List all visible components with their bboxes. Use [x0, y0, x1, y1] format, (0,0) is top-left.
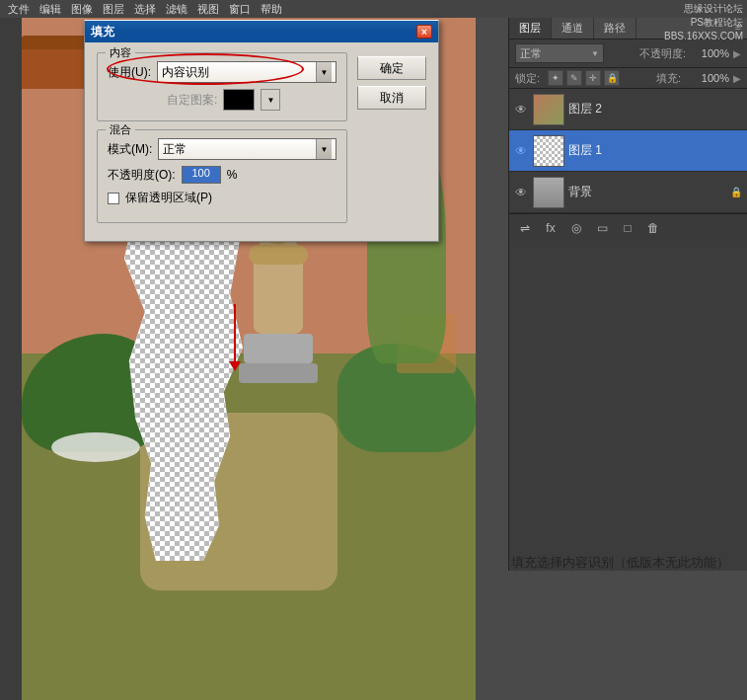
fill-value[interactable]: 100% — [685, 72, 729, 84]
color-swatch[interactable] — [223, 89, 255, 111]
opacity-arrow[interactable]: ▶ — [733, 48, 741, 59]
preserve-transparency-row: 保留透明区域(P) — [108, 190, 336, 206]
tab-layers[interactable]: 图层 — [509, 18, 552, 39]
menu-item-filter[interactable]: 滤镜 — [162, 2, 191, 17]
tab-paths[interactable]: 路径 — [594, 18, 636, 39]
mode-select-arrow: ▼ — [316, 139, 332, 159]
dialog-left-column: 内容 使用(U): 内容识别 ▼ 自定图案: ▼ 混合 模 — [97, 52, 347, 231]
opacity-unit: % — [227, 168, 238, 182]
custom-pattern-row: 自定图案: ▼ — [167, 89, 336, 111]
layer-thumbnail — [533, 135, 564, 167]
layers-bottom-toolbar: ⇌ fx ◎ ▭ □ 🗑 — [509, 213, 747, 241]
adjustment-icon[interactable]: ◎ — [566, 218, 586, 238]
fill-dialog: 填充 × 内容 使用(U): 内容识别 ▼ 自定图案: ▼ — [84, 20, 439, 242]
layer-name: 图层 2 — [568, 101, 743, 117]
use-select[interactable]: 内容识别 ▼ — [157, 61, 336, 83]
menu-item-help[interactable]: 帮助 — [257, 2, 286, 17]
new-layer-icon[interactable]: □ — [618, 218, 637, 238]
dialog-right-column: 确定 取消 — [357, 52, 426, 231]
layer-thumb-statue — [534, 178, 563, 207]
opacity-input[interactable]: 100 — [182, 166, 221, 184]
annotation-text: 填充选择内容识别（低版本无此功能） — [511, 553, 743, 574]
custom-pattern-label: 自定图案: — [167, 92, 217, 109]
opacity-label-right: 不透明度: — [639, 46, 686, 61]
blend-opacity-row: 正常 ▼ 不透明度: 100% ▶ — [509, 39, 747, 68]
tool-strip — [0, 18, 22, 700]
layer-item-active[interactable]: 👁 图层 1 — [509, 130, 747, 172]
annotation-content: 填充选择内容识别（低版本无此功能） — [511, 555, 729, 570]
cancel-button[interactable]: 取消 — [357, 86, 426, 110]
lock-label: 锁定: — [515, 71, 540, 86]
opacity-label: 不透明度(O): — [108, 167, 176, 184]
mode-select[interactable]: 正常 ▼ — [158, 138, 336, 160]
layer-thumb-checker — [534, 136, 563, 166]
blend-mode-value: 正常 — [520, 46, 542, 61]
layers-panel: 图层 通道 路径 ≡ 正常 ▼ 不透明度: 100% ▶ 锁定: ✦ ✎ ✛ 🔒… — [508, 18, 747, 571]
opacity-control: 不透明度: 100% ▶ — [639, 46, 741, 61]
group-icon[interactable]: ▭ — [592, 218, 612, 238]
preserve-transparency-checkbox[interactable] — [108, 193, 119, 204]
layer-visibility-icon[interactable]: 👁 — [513, 102, 529, 117]
dialog-titlebar: 填充 × — [85, 21, 438, 42]
mode-select-value: 正常 — [163, 141, 187, 158]
menu-item-file[interactable]: 文件 — [4, 2, 34, 17]
lock-position-icon[interactable]: ✛ — [585, 70, 601, 86]
menu-item-window[interactable]: 窗口 — [225, 2, 255, 17]
layer-name: 背景 — [568, 184, 725, 200]
layers-list: 👁 图层 2 👁 图层 1 👁 背景 🔒 — [509, 89, 747, 213]
mode-row: 模式(M): 正常 ▼ — [108, 138, 336, 160]
color-swatch-arrow[interactable]: ▼ — [261, 89, 280, 111]
lock-fill-row: 锁定: ✦ ✎ ✛ 🔒 填充: 100% ▶ — [509, 68, 747, 89]
layer-lock-icon: 🔒 — [729, 186, 743, 199]
dialog-close-button[interactable]: × — [416, 25, 432, 39]
menu-item-image[interactable]: 图像 — [67, 2, 97, 17]
blend-group-label: 混合 — [106, 122, 135, 137]
lock-transparent-icon[interactable]: ✦ — [548, 70, 563, 86]
use-select-value: 内容识别 — [162, 64, 209, 81]
opacity-row: 不透明度(O): 100 % — [108, 166, 336, 184]
link-icon[interactable]: ⇌ — [515, 218, 535, 238]
fill-arrow[interactable]: ▶ — [733, 73, 741, 84]
blend-mode-select[interactable]: 正常 ▼ — [515, 43, 604, 63]
layer-name: 图层 1 — [568, 142, 743, 159]
delete-layer-icon[interactable]: 🗑 — [643, 218, 663, 238]
layer-item-bg[interactable]: 👁 背景 🔒 — [509, 172, 747, 213]
preserve-transparency-label: 保留透明区域(P) — [125, 190, 212, 206]
tab-channels[interactable]: 通道 — [552, 18, 594, 39]
menu-item-view[interactable]: 视图 — [193, 2, 223, 17]
content-group: 内容 使用(U): 内容识别 ▼ 自定图案: ▼ — [97, 52, 347, 121]
ok-button[interactable]: 确定 — [357, 56, 426, 80]
use-select-arrow: ▼ — [316, 62, 332, 82]
dialog-body: 内容 使用(U): 内容识别 ▼ 自定图案: ▼ 混合 模 — [85, 42, 438, 241]
content-group-label: 内容 — [106, 45, 135, 60]
use-row: 使用(U): 内容识别 ▼ — [108, 61, 336, 83]
lock-icons: ✦ ✎ ✛ 🔒 — [548, 70, 620, 86]
lock-image-icon[interactable]: ✎ — [566, 70, 582, 86]
menu-bar: 文件 编辑 图像 图层 选择 滤镜 视图 窗口 帮助 — [0, 0, 747, 18]
layer-thumb-bg — [534, 95, 563, 124]
menu-item-select[interactable]: 选择 — [130, 2, 160, 17]
use-label: 使用(U): — [108, 64, 151, 81]
layer-visibility-icon[interactable]: 👁 — [513, 185, 529, 200]
blend-group: 混合 模式(M): 正常 ▼ 不透明度(O): 100 % 保留透明区域(P) — [97, 129, 347, 223]
layer-thumbnail — [533, 177, 564, 208]
arrow-down — [234, 304, 236, 363]
blend-mode-arrow: ▼ — [591, 49, 599, 58]
layer-visibility-icon[interactable]: 👁 — [513, 143, 529, 159]
menu-item-edit[interactable]: 编辑 — [36, 2, 65, 17]
mode-label: 模式(M): — [108, 141, 152, 158]
layer-item[interactable]: 👁 图层 2 — [509, 89, 747, 130]
dialog-title: 填充 — [91, 24, 114, 40]
fx-icon[interactable]: fx — [541, 218, 560, 238]
fill-label: 填充: — [656, 71, 681, 86]
opacity-value-right[interactable]: 100% — [690, 47, 729, 59]
layer-thumbnail — [533, 94, 564, 125]
menu-item-layer[interactable]: 图层 — [99, 2, 128, 17]
watermark: 思缘设计论坛 PS教程论坛 BBS.16XXS.COM — [664, 2, 743, 43]
lock-all-icon[interactable]: 🔒 — [604, 70, 620, 86]
